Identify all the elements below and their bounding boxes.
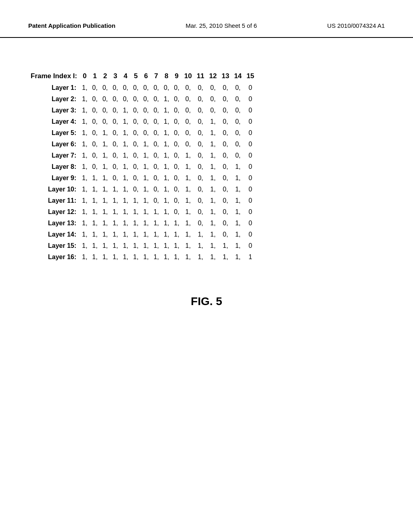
- cell-value: 0,: [194, 206, 207, 218]
- cell-value: 0,: [90, 150, 100, 161]
- cell-value: 1,: [182, 251, 194, 263]
- cell-value: 1,: [161, 251, 171, 263]
- cell-value: 1,: [121, 240, 131, 251]
- cell-value: 1,: [232, 184, 244, 195]
- cell-value: 1,: [141, 240, 151, 251]
- cell-value: 1,: [141, 251, 151, 263]
- cell-value: 1,: [121, 172, 131, 184]
- cell-value: 1,: [182, 206, 194, 218]
- cell-value: 1,: [182, 172, 194, 184]
- cell-value: 1,: [161, 240, 171, 251]
- col-header: 10: [182, 70, 194, 82]
- cell-value: 1,: [207, 229, 219, 240]
- cell-value: 1,: [121, 184, 131, 195]
- cell-value: 0,: [182, 127, 194, 139]
- cell-value: 0: [244, 105, 257, 116]
- col-header: 2: [100, 70, 110, 82]
- cell-value: 1,: [79, 184, 90, 195]
- cell-value: 0,: [151, 184, 161, 195]
- cell-value: 1,: [79, 94, 90, 105]
- cell-value: 0,: [194, 105, 207, 116]
- table-row: Layer 14:1,1,1,1,1,1,1,1,1,1,1,1,1,0,1,0: [28, 229, 257, 240]
- cell-value: 0,: [131, 172, 141, 184]
- layer-label: Layer 9:: [28, 172, 79, 184]
- cell-value: 1,: [90, 229, 100, 240]
- cell-value: 1,: [171, 229, 181, 240]
- cell-value: 1,: [141, 150, 151, 161]
- table-row: Layer 5:1,0,1,0,1,0,0,0,1,0,0,0,1,0,0,0: [28, 127, 257, 139]
- cell-value: 1,: [110, 240, 120, 251]
- cell-value: 0: [244, 218, 257, 229]
- cell-value: 0,: [219, 139, 232, 150]
- cell-value: 0,: [219, 184, 232, 195]
- col-header: 9: [171, 70, 181, 82]
- cell-value: 0,: [171, 116, 181, 127]
- cell-value: 1,: [121, 251, 131, 263]
- cell-value: 1: [244, 251, 257, 263]
- cell-value: 0,: [151, 161, 161, 172]
- layer-label: Layer 1:: [28, 82, 79, 94]
- cell-value: 1,: [90, 206, 100, 218]
- layer-label: Layer 10:: [28, 184, 79, 195]
- cell-value: 0,: [219, 82, 232, 94]
- cell-value: 0: [244, 150, 257, 161]
- cell-value: 1,: [207, 116, 219, 127]
- cell-value: 0: [244, 116, 257, 127]
- cell-value: 0,: [161, 82, 171, 94]
- cell-value: 1,: [79, 139, 90, 150]
- cell-value: 1,: [207, 127, 219, 139]
- cell-value: 0,: [219, 94, 232, 105]
- cell-value: 0,: [207, 94, 219, 105]
- table-row: Layer 6:1,0,1,0,1,0,1,0,1,0,0,0,1,0,0,0: [28, 139, 257, 150]
- cell-value: 1,: [79, 82, 90, 94]
- cell-value: 0,: [131, 82, 141, 94]
- cell-value: 1,: [161, 206, 171, 218]
- cell-value: 0: [244, 240, 257, 251]
- cell-value: 1,: [207, 139, 219, 150]
- cell-value: 1,: [141, 161, 151, 172]
- cell-value: 1,: [161, 150, 171, 161]
- cell-value: 0,: [100, 116, 110, 127]
- cell-value: 1,: [121, 195, 131, 206]
- cell-value: 1,: [232, 195, 244, 206]
- cell-value: 1,: [161, 94, 171, 105]
- cell-value: 1,: [121, 139, 131, 150]
- cell-value: 0,: [232, 116, 244, 127]
- cell-value: 1,: [141, 172, 151, 184]
- layer-data-table: Frame Index I: 0123456789101112131415 La…: [28, 70, 257, 263]
- cell-value: 0,: [171, 127, 181, 139]
- cell-value: 1,: [90, 240, 100, 251]
- cell-value: 1,: [151, 218, 161, 229]
- cell-value: 1,: [141, 139, 151, 150]
- cell-value: 0,: [171, 161, 181, 172]
- cell-value: 0,: [151, 150, 161, 161]
- cell-value: 1,: [207, 240, 219, 251]
- frame-index-label: Frame Index I:: [28, 70, 79, 82]
- cell-value: 1,: [151, 229, 161, 240]
- cell-value: 0,: [219, 172, 232, 184]
- cell-value: 0,: [90, 105, 100, 116]
- cell-value: 0,: [219, 218, 232, 229]
- cell-value: 1,: [79, 127, 90, 139]
- cell-value: 1,: [110, 206, 120, 218]
- layer-label: Layer 11:: [28, 195, 79, 206]
- cell-value: 0,: [110, 161, 120, 172]
- table-row: Layer 3:1,0,0,0,1,0,0,0,1,0,0,0,0,0,0,0: [28, 105, 257, 116]
- cell-value: 0,: [171, 195, 181, 206]
- cell-value: 1,: [141, 229, 151, 240]
- cell-value: 1,: [232, 206, 244, 218]
- cell-value: 0,: [131, 105, 141, 116]
- cell-value: 0,: [171, 184, 181, 195]
- cell-value: 0,: [141, 116, 151, 127]
- cell-value: 0,: [207, 105, 219, 116]
- cell-value: 0,: [194, 127, 207, 139]
- cell-value: 0,: [110, 105, 120, 116]
- data-table-container: Frame Index I: 0123456789101112131415 La…: [28, 70, 385, 263]
- cell-value: 1,: [121, 229, 131, 240]
- cell-value: 1,: [161, 105, 171, 116]
- cell-value: 1,: [151, 206, 161, 218]
- cell-value: 1,: [100, 195, 110, 206]
- cell-value: 0,: [110, 150, 120, 161]
- cell-value: 0,: [232, 94, 244, 105]
- cell-value: 0,: [171, 82, 181, 94]
